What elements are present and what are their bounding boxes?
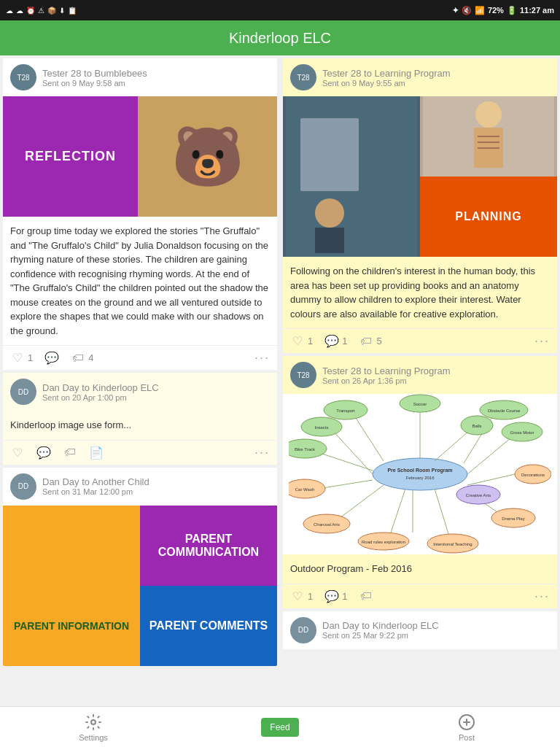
card-header-5: T28 Tester 28 to Learning Program Sent o… [283,356,557,394]
comment-icon-4: 💬 [324,334,339,349]
feed-button[interactable]: Feed [261,718,298,737]
comment-count-5: 1 [342,591,347,602]
svg-point-11 [373,458,467,490]
battery-icon: 🔋 [507,6,517,15]
tile-parent-information: PARENT INFORMATION [3,586,140,666]
comment-button-4[interactable]: 💬 1 [324,334,347,349]
post-outdoor-program: T28 Tester 28 to Learning Program Sent o… [283,356,557,608]
svg-text:Gross Motor: Gross Motor [510,430,534,435]
like-count-5: 1 [308,591,313,602]
svg-rect-1 [300,118,359,191]
bottom-nav: Settings Feed Post [0,706,560,747]
more-button-2[interactable]: ··· [254,445,270,460]
more-button-1[interactable]: ··· [254,350,270,365]
card-date-4: Sent on 9 May 9:55 am [322,79,451,88]
settings-label: Settings [79,733,108,742]
svg-text:Creative Arts: Creative Arts [466,493,491,498]
card-date-5: Sent on 26 Apr 1:36 pm [322,376,451,385]
comment-button-1[interactable]: 💬 [44,351,59,365]
nav-feed[interactable]: Feed [187,707,373,747]
sender-name-1: Tester 28 to Bumblebees [42,68,147,79]
recipient-label-2: to Kinderloop ELC [82,382,159,393]
sender-name-4: Tester 28 to Learning Program [322,68,451,79]
comment-icon-5: 💬 [324,589,339,603]
avatar-danday-2: DD [10,473,36,500]
more-button-4[interactable]: ··· [534,333,550,349]
tag-count-4: 5 [376,336,381,347]
photo-left [283,96,420,257]
like-button-2[interactable]: ♡ [10,445,25,460]
right-column: T28 Tester 28 to Learning Program Sent o… [280,55,560,706]
like-count-4: 1 [308,336,313,347]
like-button-5[interactable]: ♡ 1 [290,589,313,603]
bluetooth-icon: ✦ [452,6,459,15]
tag-icon-2: 🏷 [63,445,77,460]
card-info-1: Tester 28 to Bumblebees Sent on 9 May 9:… [42,68,147,88]
reflection-tile: REFLECTION [3,96,138,217]
comment-button-5[interactable]: 💬 1 [324,589,347,603]
status-right-info: ✦ 🔇 📶 72% 🔋 11:27 am [452,6,554,15]
recipient-label-6: to Kinderloop ELC [362,620,439,631]
recipient-label-5: to Learning Program [364,365,451,376]
clock: 11:27 am [520,6,554,15]
svg-text:Car Wash: Car Wash [295,487,314,492]
sender-name-2: Dan Day to Kinderloop ELC [42,382,159,393]
nav-post[interactable]: Post [373,707,560,747]
tiles-grid: PARENT COMMUNICATION PARENT INFORMATION … [3,506,277,666]
svg-rect-3 [315,228,344,253]
more-button-5[interactable]: ··· [534,589,550,604]
battery-percent: 72% [488,6,504,15]
wifi-icon: 📶 [475,6,485,15]
tile-parent-communication: PARENT COMMUNICATION [140,506,277,586]
avatar-tester28-3: T28 [290,362,316,388]
tag-icon-1: 🏷 [71,351,85,365]
heart-icon-2: ♡ [10,445,25,460]
recipient-label-3: to Another Child [82,476,149,487]
card-header-4: T28 Tester 28 to Learning Program Sent o… [283,58,557,96]
card-date-6: Sent on 25 Mar 9:22 pm [322,631,439,640]
doc-button-2[interactable]: 📄 [89,445,104,460]
like-button-4[interactable]: ♡ 1 [290,334,313,349]
svg-point-2 [315,198,344,228]
card-info-2: Dan Day to Kinderloop ELC Sent on 20 Apr… [42,382,159,402]
tag-button-2[interactable]: 🏷 [63,445,77,460]
status-left-icons: ☁ ☁ ⏰ ⚠ 📦 ⬇ 📋 [6,7,77,15]
tag-button-4[interactable]: 🏷 5 [359,334,381,349]
tag-button-5[interactable]: 🏷 [359,589,373,603]
card-info-3: Dan Day to Another Child Sent on 31 Mar … [42,476,149,496]
svg-text:Balls: Balls [472,424,481,428]
card-header-2: DD Dan Day to Kinderloop ELC Sent on 20 … [3,373,277,411]
sender-name-5: Tester 28 to Learning Program [322,365,451,376]
main-content: T28 Tester 28 to Bumblebees Sent on 9 Ma… [0,55,560,706]
recipient-label-4: to Learning Program [364,68,451,79]
card-header-6: DD Dan Day to Kinderloop ELC Sent on 25 … [283,611,557,649]
comment-count-4: 1 [342,336,347,347]
comment-button-2[interactable]: 💬 [36,445,51,460]
feed-label: Feed [270,722,289,732]
post1-actions: ♡ 1 💬 🏷 4 ··· [3,345,277,370]
nav-settings[interactable]: Settings [0,707,187,747]
post-label: Post [459,733,475,742]
svg-text:Road rules exploration: Road rules exploration [362,540,405,544]
card-info-6: Dan Day to Kinderloop ELC Sent on 25 Mar… [322,620,439,640]
photo-planning-tile: PLANNING [420,177,557,257]
photo-top-right [420,96,557,177]
svg-text:Decorations: Decorations [521,473,545,477]
sender-name-6: Dan Day to Kinderloop ELC [322,620,439,631]
recipient-label-1: to Bumblebees [84,68,147,79]
svg-text:Charcoal Arts: Charcoal Arts [314,522,340,527]
card-header-1: T28 Tester 28 to Bumblebees Sent on 9 Ma… [3,58,277,96]
like-button-1[interactable]: ♡ 1 [10,351,33,365]
post-another-child: DD Dan Day to Another Child Sent on 31 M… [3,468,277,666]
settings-icon [84,713,103,732]
avatar-danday-3: DD [290,617,316,643]
svg-text:Pre School Room Program: Pre School Room Program [387,468,452,473]
tag-count-1: 4 [88,352,93,363]
post4-actions: ♡ 1 💬 1 🏷 5 ··· [283,328,557,353]
tag-button-1[interactable]: 🏷 4 [71,351,93,365]
tag-icon-4: 🏷 [359,334,373,349]
post-learning-program: T28 Tester 28 to Learning Program Sent o… [283,58,557,353]
post2-actions: ♡ 💬 🏷 📄 ··· [3,440,277,465]
doc-icon-2: 📄 [89,445,104,460]
svg-text:Drama Play: Drama Play [502,516,524,521]
